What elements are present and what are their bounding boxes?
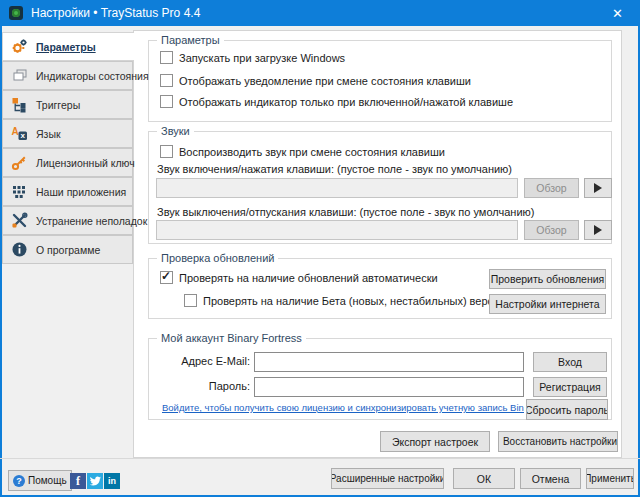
sidebar-item-language[interactable]: A x Язык xyxy=(2,119,133,148)
reset-password-button[interactable]: Сбросить пароль xyxy=(526,399,608,420)
email-input[interactable] xyxy=(254,352,524,372)
checkbox-box[interactable] xyxy=(160,145,173,158)
twitter-bird-icon xyxy=(89,475,101,487)
sounds-group-title: Звуки xyxy=(157,125,194,137)
checkbox-indicator-only-active[interactable]: Отображать индикатор только при включенн… xyxy=(160,95,513,108)
checkbox-label: Воспроизводить звук при смене состояния … xyxy=(179,146,445,158)
restore-settings-button[interactable]: Восстановить настройки xyxy=(498,431,618,452)
sidebar-item-about[interactable]: О программе xyxy=(2,235,133,264)
checkbox-box[interactable] xyxy=(160,51,173,64)
svg-text:x: x xyxy=(21,131,26,140)
play-icon xyxy=(594,183,602,193)
twitter-icon[interactable] xyxy=(87,473,103,489)
signin-link[interactable]: Войдите, чтобы получить свою лицензию и … xyxy=(162,402,524,413)
checkbox-box[interactable] xyxy=(160,271,173,284)
checkbox-run-at-startup[interactable]: Запускать при загрузке Windows xyxy=(160,51,345,64)
key-on-sound-input[interactable] xyxy=(156,178,518,198)
internet-settings-button[interactable]: Настройки интернета xyxy=(489,294,606,314)
login-button[interactable]: Вход xyxy=(533,352,607,372)
browse-on-button[interactable]: Обзор xyxy=(524,178,579,198)
apps-grid-icon xyxy=(11,183,28,200)
password-label: Пароль: xyxy=(150,380,250,392)
key-off-sound-label: Звук выключения/отпускания клавиши: (пус… xyxy=(157,206,534,218)
ok-button[interactable]: ОК xyxy=(453,468,515,489)
checkbox-label: Проверять на наличие обновлений автомати… xyxy=(179,272,438,284)
restore-settings-label: Восстановить настройки xyxy=(503,436,617,447)
language-icon: A x xyxy=(11,125,28,142)
checkbox-play-sound[interactable]: Воспроизводить звук при смене состояния … xyxy=(160,145,445,158)
settings-window: Настройки • TrayStatus Pro 4.4 ✕ Парамет… xyxy=(0,0,640,497)
svg-text:A: A xyxy=(12,126,19,137)
help-label: Помощь xyxy=(28,475,67,486)
sidebar-item-troubleshooting[interactable]: Устранение неполадок xyxy=(2,206,133,235)
gears-icon xyxy=(11,38,28,55)
key-on-sound-label: Звук включения/нажатия клавиши: (пустое … xyxy=(157,163,512,175)
about-info-icon xyxy=(11,241,28,258)
play-off-sound-button[interactable] xyxy=(584,220,612,240)
sidebar-item-triggers[interactable]: Триггеры xyxy=(2,90,133,119)
advanced-settings-button[interactable]: Расширенные настройки xyxy=(331,468,444,489)
linkedin-icon[interactable]: in xyxy=(104,473,120,489)
green-status-dot-icon xyxy=(12,9,20,17)
app-icon xyxy=(9,6,23,20)
sidebar-item-label: Параметры xyxy=(36,41,96,53)
facebook-icon[interactable]: f xyxy=(70,473,86,489)
sidebar-item-label: Триггеры xyxy=(36,99,80,111)
sidebar-item-license-key[interactable]: Лицензионный ключ xyxy=(2,148,133,177)
triggers-tree-icon xyxy=(11,96,28,113)
key-off-sound-input[interactable] xyxy=(156,220,518,240)
sidebar-item-our-apps[interactable]: Наши приложения xyxy=(2,177,133,206)
checkbox-label: Отображать уведомление при смене состоян… xyxy=(179,75,471,87)
sidebar-item-label: Наши приложения xyxy=(36,186,126,198)
cancel-button[interactable]: Отмена xyxy=(520,468,581,489)
title-bar[interactable]: Настройки • TrayStatus Pro 4.4 ✕ xyxy=(0,0,640,26)
help-icon: ? xyxy=(13,475,25,487)
sidebar-item-label: Язык xyxy=(36,128,61,140)
play-on-sound-button[interactable] xyxy=(584,178,612,198)
window-title: Настройки • TrayStatus Pro 4.4 xyxy=(31,0,200,26)
apply-button[interactable]: Применить xyxy=(586,468,634,489)
checkbox-box[interactable] xyxy=(160,74,173,87)
close-icon[interactable]: ✕ xyxy=(595,0,640,26)
checkbox-label: Отображать индикатор только при включенн… xyxy=(179,96,513,108)
check-updates-button[interactable]: Проверить обновления xyxy=(489,269,606,289)
checkbox-show-notification[interactable]: Отображать уведомление при смене состоян… xyxy=(160,74,471,87)
account-group-title: Мой аккаунт Binary Fortress xyxy=(157,332,306,344)
sidebar-item-status-indicators[interactable]: Индикаторы состояния xyxy=(2,61,133,90)
help-button[interactable]: ? Помощь xyxy=(8,470,72,491)
checkbox-label: Запускать при загрузке Windows xyxy=(179,52,345,64)
license-key-icon xyxy=(11,154,28,171)
sidebar-item-parameters[interactable]: Параметры xyxy=(2,32,134,61)
sidebar-item-label: Устранение неполадок xyxy=(36,215,147,227)
troubleshooting-tools-icon xyxy=(11,212,28,229)
parameters-group-title: Параметры xyxy=(157,34,224,46)
register-button[interactable]: Регистрация xyxy=(533,377,607,397)
checkbox-box[interactable] xyxy=(184,294,197,307)
checkbox-box[interactable] xyxy=(160,95,173,108)
password-input[interactable] xyxy=(254,377,524,397)
export-settings-button[interactable]: Экспорт настроек xyxy=(380,431,490,452)
footer-divider xyxy=(0,458,640,459)
email-label: Адрес E-Mail: xyxy=(150,355,250,367)
status-windows-icon xyxy=(11,67,28,84)
checkbox-auto-updates[interactable]: Проверять на наличие обновлений автомати… xyxy=(160,271,438,284)
browse-off-button[interactable]: Обзор xyxy=(524,220,579,240)
sidebar-item-label: Индикаторы состояния xyxy=(36,70,149,82)
sidebar-item-label: Лицензионный ключ xyxy=(36,157,135,169)
play-icon xyxy=(594,225,602,235)
updates-group-title: Проверка обновлений xyxy=(157,252,278,264)
sidebar-item-label: О программе xyxy=(36,244,100,256)
